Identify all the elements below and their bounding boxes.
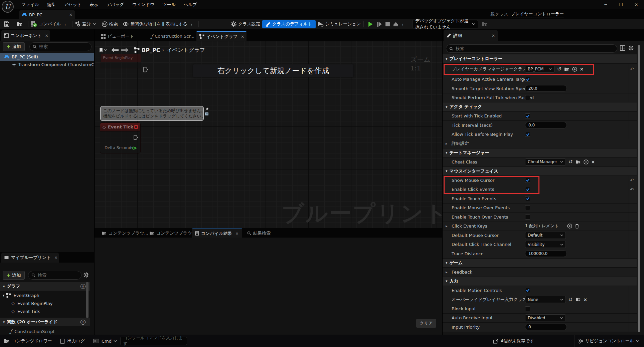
breadcrumb-current[interactable]: イベントグラフ <box>167 47 205 54</box>
chevron-down-icon[interactable]: ▾ <box>3 293 5 298</box>
dropdown[interactable]: None <box>525 296 566 303</box>
add-function-icon[interactable]: + <box>80 320 86 325</box>
checkbox[interactable] <box>525 205 530 210</box>
dropdown[interactable]: Default <box>525 232 566 239</box>
close-icon[interactable]: × <box>235 231 239 236</box>
nav-back-icon[interactable] <box>111 48 119 52</box>
menu-item-6[interactable]: ツール <box>158 0 180 9</box>
close-icon[interactable]: × <box>45 33 48 38</box>
results-tab-1[interactable]: コンテンツブラウ... <box>146 229 192 238</box>
clear-button[interactable]: クリア <box>416 319 436 328</box>
parent-class-link[interactable]: プレイヤーコントローラー <box>511 11 564 17</box>
menu-item-4[interactable]: デバッグ <box>102 0 128 9</box>
close-window-button[interactable]: ✕ <box>629 0 644 9</box>
find-button[interactable]: 検索 <box>102 21 118 27</box>
checkbox[interactable] <box>525 187 530 192</box>
menu-item-1[interactable]: 編集 <box>43 0 60 9</box>
menu-item-5[interactable]: ウィンドウ <box>128 0 159 9</box>
add-graph-icon[interactable]: + <box>80 284 86 289</box>
components-tab[interactable]: コンポーネント × <box>1 30 50 41</box>
menu-item-0[interactable]: ファイル <box>17 0 43 9</box>
menu-item-7[interactable]: ヘルプ <box>180 0 201 9</box>
filter-gear-icon[interactable] <box>84 272 89 278</box>
browse-asset-icon[interactable] <box>564 67 570 71</box>
revert-icon[interactable]: ↶ <box>630 178 634 183</box>
frame-skip-button[interactable] <box>376 21 382 27</box>
chevron-right-icon[interactable]: ▸ <box>446 270 448 274</box>
results-tab-0[interactable]: コンテンツブラウ... <box>99 229 145 238</box>
details-section-header[interactable]: ▾アクタ ティック <box>443 102 637 112</box>
trash-icon[interactable] <box>575 224 579 229</box>
save-icon[interactable] <box>4 21 9 27</box>
scrollbar[interactable] <box>86 282 89 318</box>
nav-forward-icon[interactable] <box>121 48 129 52</box>
chevron-right-icon[interactable]: ▸ <box>446 224 448 228</box>
checkbox[interactable] <box>525 95 530 100</box>
menu-item-2[interactable]: アセット <box>60 0 86 9</box>
chevron-down-icon[interactable] <box>104 49 107 51</box>
add-component-button[interactable]: + 追加 <box>3 42 25 51</box>
my-blueprint-tab[interactable]: マイブループリント × <box>1 253 59 263</box>
cmd-selector[interactable]: Cmd <box>102 339 112 344</box>
breadcrumb-root[interactable]: BP_PC <box>142 47 160 53</box>
chevron-down-icon[interactable] <box>114 340 117 342</box>
checkbox[interactable] <box>525 178 530 183</box>
details-section-header[interactable]: ▾プレイヤーコントローラー <box>443 54 637 64</box>
details-tab[interactable]: 詳細 × <box>444 30 498 41</box>
value-field[interactable]: 100000.0 <box>525 250 567 257</box>
details-section-header[interactable]: ▾マウスインターフェイス <box>443 167 637 176</box>
clear-icon[interactable]: × <box>591 159 595 164</box>
menu-item-3[interactable]: 表示 <box>86 0 102 9</box>
graph-tab-2[interactable]: イベントグラフ× <box>196 31 247 41</box>
add-blueprint-item-button[interactable]: + 追加 <box>3 271 25 280</box>
checkbox[interactable] <box>525 77 530 82</box>
minimize-button[interactable]: ─ <box>598 0 613 9</box>
maximize-button[interactable]: ❐ <box>613 0 629 9</box>
eject-button[interactable] <box>393 22 398 27</box>
scrollbar[interactable] <box>638 45 640 332</box>
play-options-kebab[interactable]: ⋮ <box>400 22 405 27</box>
my-blueprint-search-input[interactable]: 検索 <box>28 271 82 280</box>
revert-icon[interactable]: ↶ <box>630 66 634 72</box>
components-search-input[interactable]: 検索 <box>29 42 92 51</box>
settings-gear-icon[interactable] <box>628 45 634 51</box>
content-drawer-button[interactable]: コンテンツドロワー <box>12 338 52 344</box>
use-asset-icon[interactable]: ↺ <box>569 297 573 302</box>
component-row[interactable]: Transform Component (TransformComp <box>0 61 94 68</box>
graphs-category-header[interactable]: ▾ グラフ + <box>0 282 90 291</box>
blueprint-tree-item[interactable]: ◇Event Tick <box>0 307 86 315</box>
circle-plus-icon[interactable] <box>567 224 572 229</box>
circle-plus-icon[interactable] <box>584 159 589 164</box>
value-field[interactable]: 20.0 <box>525 85 567 92</box>
checkbox[interactable] <box>525 288 530 293</box>
chevron-right-icon[interactable]: ▸ <box>446 141 448 146</box>
circle-plus-icon[interactable] <box>572 67 577 72</box>
hide-unrelated-kebab[interactable]: ⋮ <box>189 22 194 27</box>
exec-pin-icon[interactable] <box>143 66 148 73</box>
close-icon[interactable]: × <box>241 34 244 39</box>
dropdown[interactable]: BP_PCM <box>525 66 554 73</box>
console-command-input[interactable]: コンソールコマンドを入力します <box>120 337 187 345</box>
value-field[interactable]: 0.0 <box>525 122 567 128</box>
component-row[interactable]: BP_PC (Self) <box>0 53 94 61</box>
hide-unrelated-button[interactable]: 無関係な項目を非表示にする <box>123 21 188 27</box>
chevron-down-icon[interactable] <box>636 340 639 342</box>
graph-tab-0[interactable]: ビューポート <box>98 31 135 41</box>
functions-category-header[interactable]: ▾ 関数 (20 オーバーライド + <box>0 318 90 326</box>
play-button[interactable] <box>368 21 373 27</box>
float-pin-icon[interactable] <box>132 146 137 150</box>
details-section-header[interactable]: ▾入力 <box>443 277 637 286</box>
close-icon[interactable]: × <box>492 33 495 38</box>
checkbox[interactable] <box>525 132 530 137</box>
exec-pin-icon[interactable] <box>134 134 138 140</box>
details-section-header[interactable]: ▾ゲーム <box>443 259 637 268</box>
use-asset-icon[interactable]: ↺ <box>569 159 573 164</box>
revert-icon[interactable]: ↶ <box>630 187 634 192</box>
close-icon[interactable]: × <box>54 255 57 260</box>
details-section-header[interactable]: ▾チートマネージャー <box>443 148 637 158</box>
details-search-input[interactable]: 検索 <box>446 44 617 53</box>
asset-tab-bppc[interactable]: BP_PC × <box>19 10 75 19</box>
graph-tab-1[interactable]: ƒConstruction Scr... <box>148 31 195 41</box>
compile-button[interactable]: コンパイル <box>31 21 61 27</box>
class-settings-button[interactable]: クラス設定 <box>231 21 260 27</box>
